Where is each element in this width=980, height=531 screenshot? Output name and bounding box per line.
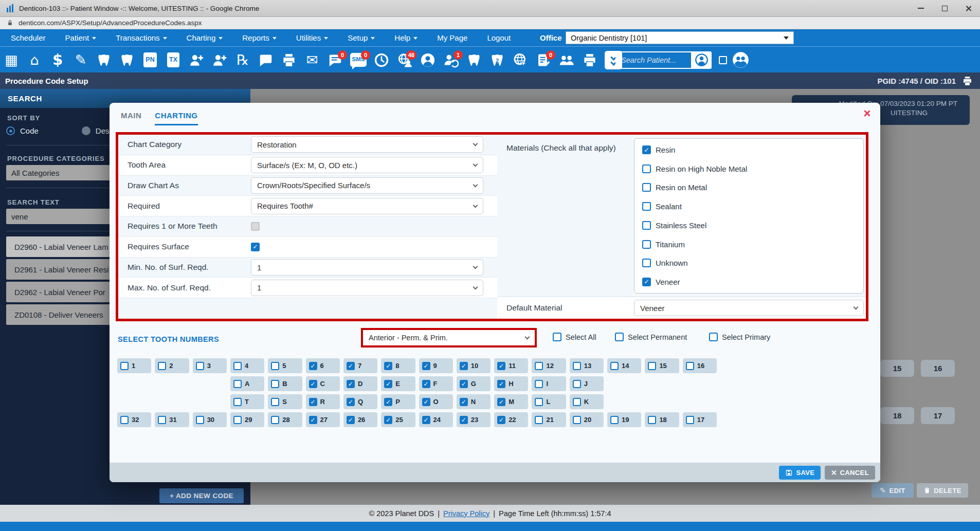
progress-notes-icon[interactable]: ✎ [72, 51, 89, 69]
chat-icon[interactable] [258, 51, 274, 69]
checkbox-tooth-q[interactable] [347, 398, 355, 406]
select-max-no-of-surf-reqd[interactable]: 1 [251, 280, 483, 296]
radio-description[interactable] [82, 126, 90, 135]
tooth-31[interactable]: 31 [155, 412, 189, 427]
tooth-13[interactable]: 13 [570, 358, 604, 373]
search-scope-checkbox[interactable] [719, 56, 727, 64]
checkbox-tooth-31[interactable] [158, 416, 166, 424]
tooth-k[interactable]: K [570, 394, 604, 409]
checkbox-tooth-14[interactable] [610, 362, 619, 370]
email-icon[interactable]: ✉ [304, 51, 320, 69]
tooth-s[interactable]: S [268, 394, 302, 409]
checkbox-tooth-i[interactable] [535, 380, 543, 388]
checkbox-tooth-1[interactable] [120, 362, 129, 370]
checkbox-tooth-b[interactable] [271, 380, 279, 388]
tooth-n[interactable]: N [457, 394, 491, 409]
online-users-icon[interactable]: 48 [396, 51, 413, 69]
checkbox-tooth-13[interactable] [573, 362, 581, 370]
tooth-22[interactable]: 22 [494, 412, 528, 427]
checkbox-stainless-steel[interactable] [642, 221, 651, 230]
checkbox-tooth-e[interactable] [384, 380, 392, 388]
checkbox-tooth-f[interactable] [422, 380, 430, 388]
checkbox-requires-surface[interactable] [251, 243, 260, 251]
default-material-select[interactable]: Veneer [634, 300, 864, 316]
checkbox-tooth-6[interactable] [309, 362, 317, 370]
tooth-27[interactable]: 27 [306, 412, 340, 427]
checkbox-tooth-16[interactable] [686, 362, 694, 370]
checkbox-tooth-4[interactable] [233, 362, 242, 370]
checkbox-tooth-21[interactable] [535, 416, 543, 424]
tooth-r[interactable]: R [306, 394, 340, 409]
checkbox-tooth-t[interactable] [233, 398, 242, 406]
fax-icon[interactable] [281, 51, 297, 69]
checkbox-tooth-18[interactable] [648, 416, 656, 424]
tooth-j[interactable]: J [570, 376, 604, 391]
nav-item-charting[interactable]: Charting [177, 29, 233, 46]
select-draw-chart-as[interactable]: Crown/Roots/Specified Surface/s [251, 177, 483, 194]
tooth-c[interactable]: C [306, 376, 340, 391]
checkbox-tooth-23[interactable] [460, 416, 468, 424]
checkbox-tooth-15[interactable] [648, 362, 656, 370]
checkbox-tooth-17[interactable] [686, 416, 694, 424]
checkbox-tooth-c[interactable] [309, 380, 317, 388]
tab-main[interactable]: MAIN [121, 111, 141, 125]
tooth-16[interactable]: 16 [683, 358, 717, 373]
tooth-15[interactable]: 15 [645, 358, 679, 373]
select-min-no-of-surf-reqd[interactable]: 1 [251, 259, 483, 276]
tooth-3[interactable]: 3 [193, 358, 227, 373]
checkbox-resin-on-high-noble-metal[interactable] [642, 164, 651, 173]
nav-item-setup[interactable]: Setup [338, 29, 385, 46]
tooth-chart-icon[interactable] [466, 51, 482, 69]
pn-form-icon[interactable]: PN [142, 51, 158, 69]
tx-form-icon[interactable]: TX [165, 51, 182, 69]
staff-icon[interactable] [558, 51, 575, 69]
checkbox-tooth-30[interactable] [196, 416, 204, 424]
add-patient-icon[interactable] [188, 51, 205, 69]
nav-item-my-page[interactable]: My Page [427, 29, 477, 46]
checkbox-tooth-9[interactable] [422, 362, 430, 370]
minimize-button[interactable] [909, 0, 933, 16]
checkbox-tooth-32[interactable] [120, 416, 129, 424]
print-page-icon[interactable] [962, 76, 973, 86]
add-new-code-button[interactable]: + ADD NEW CODE [159, 488, 244, 503]
checkbox-tooth-o[interactable] [422, 398, 430, 406]
select-tooth-area[interactable]: Surface/s (Ex: M, O, OD etc.) [251, 157, 483, 173]
patient-portal-icon[interactable] [420, 51, 436, 69]
add-family-icon[interactable] [211, 51, 228, 69]
checkbox-tooth-25[interactable] [384, 416, 392, 424]
tooth-1[interactable]: 1 [117, 358, 151, 373]
tooth-p[interactable]: P [381, 394, 415, 409]
close-dialog-icon[interactable] [863, 109, 871, 117]
tooth-b[interactable]: B [268, 376, 302, 391]
maximize-button[interactable] [933, 0, 956, 16]
checkbox-tooth-8[interactable] [384, 362, 392, 370]
select-required[interactable]: Requires Tooth# [251, 198, 483, 214]
tooth-o[interactable]: O [419, 394, 453, 409]
checkbox-tooth-27[interactable] [309, 416, 317, 424]
checkbox-tooth-19[interactable] [610, 416, 619, 424]
nav-item-utilities[interactable]: Utilities [286, 29, 338, 46]
checkbox-tooth-d[interactable] [347, 380, 355, 388]
perio-chart-icon[interactable] [119, 51, 135, 69]
checkbox-tooth-5[interactable] [271, 362, 279, 370]
tooth-14[interactable]: 14 [607, 358, 641, 373]
tooth-8[interactable]: 8 [381, 358, 415, 373]
select-chart-category[interactable]: Restoration [251, 136, 483, 153]
checkbox-tooth-j[interactable] [573, 380, 581, 388]
checkbox-unknown[interactable] [642, 259, 651, 267]
cancel-button[interactable]: CANCEL [825, 466, 875, 480]
nav-item-help[interactable]: Help [385, 29, 427, 46]
radio-code[interactable] [6, 126, 15, 135]
checkbox-tooth-28[interactable] [271, 416, 279, 424]
home-icon[interactable]: ⌂ [26, 51, 43, 69]
checkbox-tooth-2[interactable] [158, 362, 166, 370]
tooth-7[interactable]: 7 [343, 358, 377, 373]
select-permanent-checkbox[interactable] [615, 333, 624, 341]
checkbox-tooth-p[interactable] [384, 398, 392, 406]
tooth-6[interactable]: 6 [306, 358, 340, 373]
checkbox-tooth-24[interactable] [422, 416, 430, 424]
tooth-chart-2-icon[interactable]: 2 [489, 51, 505, 69]
tooth-10[interactable]: 10 [457, 358, 491, 373]
tasks-icon[interactable]: 0 [535, 51, 552, 69]
family-search-button[interactable] [732, 51, 750, 69]
